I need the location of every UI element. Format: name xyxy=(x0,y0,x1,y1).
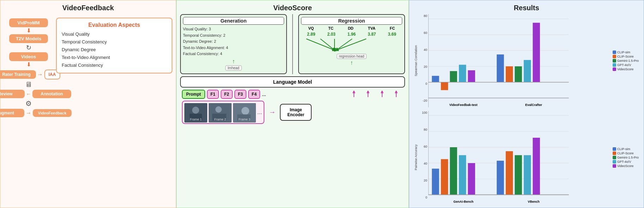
aspect-dynamic: Dynamic Degree xyxy=(62,46,167,54)
legend-gemini: Gemini-1.5-Pro xyxy=(613,59,639,63)
legend2-gpt4: GPT-4o/V xyxy=(613,160,639,164)
chart2-yticks-bars: 100 80 60 40 20 0 xyxy=(421,111,608,204)
ytick2-60: 60 xyxy=(424,145,427,148)
generation-box: Generation Visual Quality: 3 Temporal Co… xyxy=(180,14,287,74)
ytick2-40: 40 xyxy=(424,162,427,165)
svg-line-2 xyxy=(320,39,335,50)
right-aspects: Evaluation Aspects Visual Quality Tempor… xyxy=(53,15,172,202)
legend2-dot-gemini xyxy=(613,156,616,159)
reg-head-label: regression head xyxy=(337,54,367,59)
reg-arrows-svg xyxy=(301,38,402,52)
legend2-dot-gpt4 xyxy=(613,160,616,164)
reg-val-vq: 2.89 xyxy=(307,32,315,37)
legend2-dot-clip-score xyxy=(613,151,616,155)
frame-2: Frame 2 xyxy=(209,103,232,123)
svg-rect-47 xyxy=(459,155,466,195)
svg-rect-51 xyxy=(515,155,522,195)
ytick2-100: 100 xyxy=(422,111,427,114)
legend-dot-gemini xyxy=(613,59,616,63)
chart1-container: Spearman Correlation 80 60 40 20 0 -20 xyxy=(414,14,639,107)
ytick2-20: 20 xyxy=(424,179,427,182)
image-encoder-box: ImageEncoder xyxy=(280,104,312,121)
reg-val-fc: 3.69 xyxy=(388,32,396,37)
arrows-to-lm xyxy=(347,91,403,98)
ytick-0: 0 xyxy=(425,82,427,85)
left-flow: VidProMM ⬇ T2V Models ↻ Videos ⬇ Rater T… xyxy=(4,15,53,202)
left-panel-title: VideoFeedback xyxy=(4,4,172,12)
legend-gpt4: GPT-4o/V xyxy=(613,63,639,67)
frame-token-f1: F1 xyxy=(207,90,219,99)
reg-label-fc: FC xyxy=(390,26,395,30)
icon-monitor: 🖥 xyxy=(25,81,32,89)
chart1-group1-label: VideoFeedbak-test xyxy=(428,101,498,107)
legend-dot-clip-sim xyxy=(613,50,616,54)
flow-box-videos: Videos xyxy=(9,52,48,61)
frame-1: Frame 1 xyxy=(184,103,207,123)
svg-rect-33 xyxy=(515,66,522,82)
flow-box-rater-training: Rater Training xyxy=(0,70,36,79)
chart2-group-labels: GenAI-Bench VBench xyxy=(428,198,569,204)
gen-arrow-up: ↑ xyxy=(183,59,284,64)
legend-clip-score: CLIP-Score xyxy=(613,55,639,58)
chart1-group-labels: VideoFeedbak-test EvalCrafter xyxy=(428,101,569,107)
chart1-legend: CLIP-sim CLIP-Score Gemini-1.5-Pro GPT-4… xyxy=(613,14,639,107)
flow-box-vidprom: VidProMM xyxy=(9,18,48,27)
chart2-container: Pairwise Accuracy 100 80 60 40 20 0 xyxy=(414,111,639,204)
ytick-20: 20 xyxy=(424,65,427,69)
arrow-augment-vf: → xyxy=(26,110,31,116)
aspects-title: Evaluation Aspects xyxy=(62,22,167,28)
svg-rect-31 xyxy=(497,54,504,82)
chart2-group1-label: GenAI-Bench xyxy=(428,198,498,204)
generation-content: Visual Quality: 3 Temporal Consistency: … xyxy=(183,26,284,57)
right-panel: Results Spearman Correlation 80 60 40 20… xyxy=(409,0,644,208)
svg-point-12 xyxy=(192,107,199,114)
legend-clip-sim: CLIP-sim xyxy=(613,50,639,54)
svg-rect-52 xyxy=(524,155,531,195)
middle-panel: VideoScore Generation Visual Quality: 3 … xyxy=(176,0,409,208)
chart1-group2-label: EvalCrafter xyxy=(498,101,569,107)
reg-label-vq: VQ xyxy=(308,26,314,30)
flow-box-augment: Augment xyxy=(0,109,24,117)
frame-3: Frame 3 xyxy=(233,103,256,123)
aspect-text-video: Text-to-Video Alignment xyxy=(62,54,167,61)
gen-item-2: Temporal Consistency: 2 xyxy=(183,32,284,39)
svg-rect-27 xyxy=(441,82,448,90)
svg-rect-30 xyxy=(468,70,475,82)
legend2-clip-sim: CLIP-sim xyxy=(613,147,639,151)
svg-line-4 xyxy=(336,39,352,50)
aspect-temporal: Temporal Consistency xyxy=(62,38,167,46)
chart2-bars-area: GenAI-Bench VBench xyxy=(428,111,608,204)
regression-box: Regression VQ TC DD TVA FC 2.89 2.03 1.9… xyxy=(298,14,405,74)
svg-rect-53 xyxy=(533,138,540,195)
reg-label-tva: TVA xyxy=(368,26,375,30)
frame-token-f3: F3 xyxy=(234,90,246,99)
legend2-label-clip-sim: CLIP-sim xyxy=(617,147,630,151)
middle-title: VideoScore xyxy=(180,4,405,12)
ytick-40: 40 xyxy=(424,48,427,52)
legend2-label-gemini: Gemini-1.5-Pro xyxy=(617,156,639,159)
svg-rect-45 xyxy=(441,159,448,195)
svg-rect-35 xyxy=(533,23,540,82)
svg-line-1 xyxy=(306,39,335,50)
legend2-gemini: Gemini-1.5-Pro xyxy=(613,156,639,159)
svg-rect-44 xyxy=(432,169,439,195)
svg-rect-29 xyxy=(459,65,466,82)
reg-arrow-up: ↑ xyxy=(301,60,402,66)
chart2-ylabel: Pairwise Accuracy xyxy=(414,144,418,170)
arrow-rater-iaa: → xyxy=(37,71,43,78)
legend2-label-clip-score: CLIP-Score xyxy=(617,151,634,155)
reg-label-dd: DD xyxy=(348,26,354,30)
arrow-review-annotation: ← xyxy=(26,91,31,97)
aspects-box: Evaluation Aspects Visual Quality Tempor… xyxy=(56,18,172,73)
ytick-80: 80 xyxy=(424,14,427,18)
gen-item-5: Factual Consistency: 4 xyxy=(183,51,284,57)
chart2-yticks: 100 80 60 40 20 0 xyxy=(421,111,428,204)
legend-label-clip-sim: CLIP-sim xyxy=(617,50,630,54)
prompt-token: Prompt xyxy=(182,90,205,99)
chart2-inner: Pairwise Accuracy 100 80 60 40 20 0 xyxy=(414,111,639,204)
chart1-svg xyxy=(428,14,608,107)
chart1-yticks-bars: 80 60 40 20 0 -20 xyxy=(421,14,608,107)
chart1-yticks: 80 60 40 20 0 -20 xyxy=(421,14,428,107)
reg-labels-row: VQ TC DD TVA FC xyxy=(301,26,402,30)
chart1-inner: Spearman Correlation 80 60 40 20 0 -20 xyxy=(414,14,639,107)
